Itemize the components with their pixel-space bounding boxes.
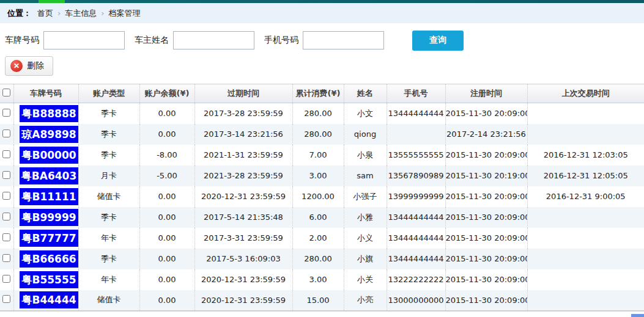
row-checkbox[interactable] <box>2 171 10 179</box>
register-time-cell: 2015-11-30 20:09:00 <box>445 186 527 207</box>
horizontal-scrollbar-thumb[interactable] <box>631 314 644 317</box>
plate-badge[interactable]: 琼A89898 <box>20 126 79 143</box>
balance-cell: 0.00 <box>139 124 194 145</box>
phone-cell: 13567890989 <box>387 166 445 186</box>
expire-time-cell: 2021-1-31 23:59:59 <box>194 145 292 166</box>
table-row: 粤B77777 年卡 0.00 2017-3-31 23:59:59 2.00 … <box>0 228 644 249</box>
plate-badge[interactable]: 粤B77777 <box>20 230 79 247</box>
table-header-row: 车牌号码 账户类型 账户余额(¥) 过期时间 累计消费(¥) 姓名 手机号 注册… <box>0 84 644 103</box>
row-checkbox[interactable] <box>2 233 10 241</box>
delete-button[interactable]: ✕ 删除 <box>5 56 53 76</box>
plate-badge[interactable]: 粤B66666 <box>20 250 79 268</box>
plate-badge[interactable]: 粤B88888 <box>20 105 79 122</box>
chevron-right-icon: › <box>57 9 61 18</box>
balance-cell: 0.00 <box>139 103 194 124</box>
account-type-cell: 季卡 <box>78 249 139 269</box>
breadcrumb-label: 位置： <box>7 8 31 19</box>
register-time-cell: 2015-11-30 20:09:00 <box>445 269 527 290</box>
breadcrumb-item-archive-mgmt[interactable]: 档案管理 <box>108 8 140 19</box>
register-time-cell: 2015-11-30 20:09:00 <box>445 249 527 269</box>
last-trade-time-cell <box>527 269 644 290</box>
row-checkbox[interactable] <box>2 192 10 200</box>
balance-cell: 0.00 <box>139 228 194 249</box>
header-account-type: 账户类型 <box>78 84 139 103</box>
row-checkbox-cell <box>0 166 13 186</box>
plate-number-field-group: 车牌号码 <box>5 31 125 49</box>
header-plate: 车牌号码 <box>13 84 78 103</box>
row-checkbox[interactable] <box>2 213 10 220</box>
register-time-cell: 2015-11-30 20:09:00 <box>445 290 527 311</box>
chevron-right-icon: › <box>101 9 104 18</box>
top-accent-bar <box>0 0 644 3</box>
account-type-cell: 年卡 <box>78 228 139 249</box>
consume-cell: 280.00 <box>292 249 344 269</box>
plate-badge[interactable]: 粤B99999 <box>20 209 79 226</box>
header-last-trade-time: 上次交易时间 <box>527 84 644 103</box>
row-checkbox-cell <box>0 290 13 311</box>
consume-cell: 3.00 <box>292 166 344 186</box>
plate-badge[interactable]: 粤B44444 <box>20 291 79 308</box>
plate-number-input[interactable] <box>43 31 125 49</box>
plate-badge[interactable]: 粤BA6403 <box>20 167 79 184</box>
header-consume: 累计消费(¥) <box>292 84 344 103</box>
phone-number-label: 手机号码 <box>264 35 298 46</box>
row-checkbox-cell <box>0 103 13 124</box>
plate-cell: 粤B55555 <box>13 269 78 290</box>
row-checkbox[interactable] <box>2 254 10 262</box>
phone-cell: 13555555555 <box>387 145 445 166</box>
query-button[interactable]: 查询 <box>412 31 464 51</box>
last-trade-time-cell <box>527 124 644 145</box>
expire-time-cell: 2017-5-3 16:09:03 <box>194 249 292 269</box>
owner-name-input[interactable] <box>173 31 254 49</box>
phone-cell: 13222222222 <box>387 269 445 290</box>
plate-badge[interactable]: 粤B11111 <box>20 188 79 205</box>
register-time-cell: 2017-2-14 23:21:56 <box>445 124 527 145</box>
consume-cell: 6.00 <box>292 207 344 228</box>
table-row: 粤B00000 季卡 -8.00 2021-1-31 23:59:59 7.00… <box>0 145 644 166</box>
register-time-cell: 2015-11-30 20:09:00 <box>445 207 527 228</box>
plate-badge[interactable]: 粤B55555 <box>20 271 79 288</box>
row-checkbox[interactable] <box>2 109 10 117</box>
phone-number-input[interactable] <box>303 31 384 49</box>
phone-cell: 13444444444 <box>387 228 445 249</box>
plate-cell: 粤B77777 <box>13 228 78 249</box>
table-row: 粤B11111 储值卡 0.00 2020-12-31 23:59:59 120… <box>0 186 644 207</box>
consume-cell: 15.00 <box>292 290 344 311</box>
owner-name-field-group: 车主姓名 <box>135 31 254 49</box>
name-cell: sam <box>344 166 387 186</box>
last-trade-time-cell <box>527 290 644 311</box>
expire-time-cell: 2020-12-31 23:59:59 <box>194 269 292 290</box>
plate-cell: 粤BA6403 <box>13 166 78 186</box>
plate-cell: 琼A89898 <box>13 124 78 145</box>
balance-cell: 0.00 <box>139 207 194 228</box>
table-row: 琼A89898 季卡 0.00 2017-3-14 23:21:56 280.0… <box>0 124 644 145</box>
header-name: 姓名 <box>344 84 387 103</box>
row-checkbox[interactable] <box>2 275 10 283</box>
balance-cell: -5.00 <box>139 166 194 186</box>
plate-badge[interactable]: 粤B00000 <box>20 147 79 164</box>
row-checkbox[interactable] <box>2 150 10 158</box>
last-trade-time-cell <box>527 207 644 228</box>
header-expire-time: 过期时间 <box>194 84 292 103</box>
row-checkbox[interactable] <box>2 129 10 137</box>
breadcrumb-item-home[interactable]: 首页 <box>37 8 53 19</box>
consume-cell: 2.00 <box>292 228 344 249</box>
breadcrumb-item-owner-info[interactable]: 车主信息 <box>65 8 97 19</box>
name-cell: qiong <box>344 124 387 145</box>
search-form: 车牌号码 车主姓名 手机号码 查询 <box>0 23 644 56</box>
phone-cell: 13444444444 <box>387 249 445 269</box>
row-checkbox[interactable] <box>2 295 10 303</box>
consume-cell: 3.00 <box>292 269 344 290</box>
select-all-cell <box>0 84 13 103</box>
phone-cell: 13444444444 <box>387 207 445 228</box>
horizontal-scrollbar <box>0 312 644 317</box>
toolbar: ✕ 删除 <box>0 56 644 84</box>
last-trade-time-cell: 2016-12-31 9:00:05 <box>527 186 644 207</box>
header-balance: 账户余额(¥) <box>139 84 194 103</box>
table-row: 粤B66666 季卡 0.00 2017-5-3 16:09:03 280.00… <box>0 249 644 269</box>
expire-time-cell: 2020-12-31 23:59:59 <box>194 290 292 311</box>
select-all-checkbox[interactable] <box>2 89 10 97</box>
register-time-cell: 2015-11-30 20:19:00 <box>445 166 527 186</box>
name-cell: 小旗 <box>344 249 387 269</box>
account-type-cell: 季卡 <box>78 207 139 228</box>
